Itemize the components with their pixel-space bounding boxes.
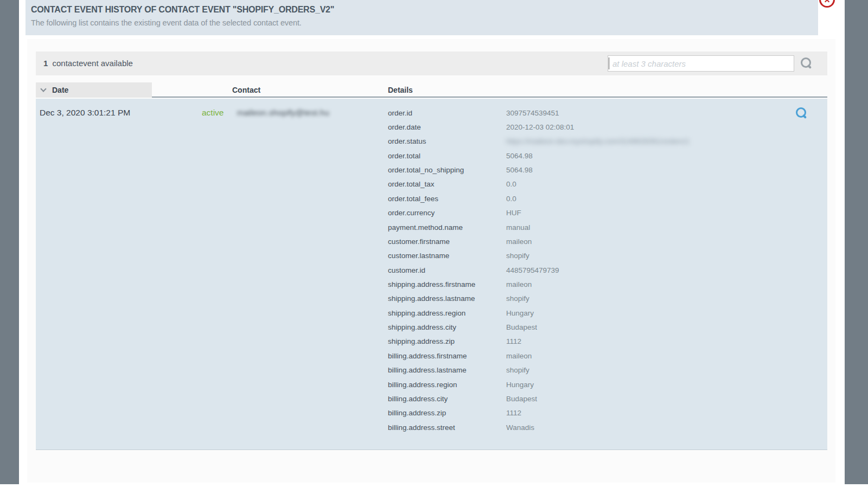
row-details-magnifier-icon[interactable] [796, 107, 808, 119]
detail-key: billing.address.city [388, 395, 506, 403]
detail-key: order.status [388, 137, 506, 145]
detail-row: order.id3097574539451 [388, 106, 800, 120]
detail-row: order.total_tax0.0 [388, 177, 800, 191]
detail-key: billing.address.region [388, 381, 506, 389]
dialog-header: CONTACT EVENT HISTORY OF CONTACT EVENT "… [25, 0, 818, 35]
detail-row: shipping.address.zip1112 [388, 335, 800, 349]
detail-key: customer.firstname [388, 237, 506, 246]
detail-key: shipping.address.zip [388, 337, 506, 345]
close-icon: ✕ [824, 0, 831, 4]
close-button[interactable]: ✕ [819, 0, 835, 8]
detail-value: HUF [506, 209, 521, 217]
detail-value: maileon [506, 352, 532, 360]
detail-value: 2020-12-03 02:08:01 [506, 123, 574, 131]
result-count-label: contactevent available [53, 59, 133, 68]
page-backdrop-left [0, 0, 19, 484]
detail-row: billing.address.firstnamemaileon [388, 349, 800, 363]
detail-value: 1112 [506, 337, 521, 345]
detail-row: shipping.address.lastnameshopify [388, 292, 800, 306]
detail-row: order.currencyHUF [388, 206, 800, 220]
detail-value: maileon [506, 237, 532, 246]
detail-key: billing.address.zip [388, 409, 506, 417]
toolbar: 1 contactevent available [36, 52, 827, 75]
detail-value: Hungary [506, 309, 534, 317]
detail-key: order.total_no_shipping [388, 166, 506, 174]
detail-value: Wanadis [506, 423, 534, 432]
contact-event-row: Dec 3, 2020 3:01:21 PM active maileon.sh… [36, 99, 827, 450]
table-header: Date Contact Details [36, 82, 827, 98]
search-icon[interactable] [801, 57, 813, 69]
detail-value: 3097574539451 [506, 109, 559, 117]
text-cursor [609, 57, 609, 69]
detail-row: order.statushttps://maileon-dev.myshopif… [388, 134, 800, 149]
event-date: Dec 3, 2020 3:01:21 PM [40, 108, 130, 118]
detail-key: shipping.address.lastname [388, 294, 506, 303]
detail-key: customer.lastname [388, 252, 506, 260]
dialog-title: CONTACT EVENT HISTORY OF CONTACT EVENT "… [31, 5, 818, 15]
detail-value: shopify [506, 252, 529, 260]
detail-row: order.date2020-12-03 02:08:01 [388, 120, 800, 134]
event-contact: active maileon.shopify@test.hu [202, 108, 329, 118]
page-backdrop-right [845, 0, 868, 484]
detail-key: order.id [388, 109, 506, 117]
detail-row: shipping.address.firstnamemaileon [388, 277, 800, 291]
detail-row: shipping.address.regionHungary [388, 306, 800, 320]
detail-value: 1112 [506, 409, 521, 417]
detail-value: Budapest [506, 323, 537, 331]
detail-row: shipping.address.cityBudapest [388, 320, 800, 334]
detail-key: order.total [388, 152, 506, 160]
contact-email-redacted: maileon.shopify@test.hu [237, 108, 329, 117]
detail-row: order.total_no_shipping5064.98 [388, 163, 800, 177]
detail-value: maileon [506, 280, 532, 288]
detail-value: manual [506, 223, 530, 232]
detail-value: shopify [506, 366, 529, 374]
dialog-subtitle: The following list contains the existing… [31, 18, 818, 27]
detail-key: order.date [388, 123, 506, 131]
search-input[interactable] [608, 55, 794, 72]
contact-status-badge: active [202, 108, 224, 117]
detail-value: 0.0 [506, 180, 516, 188]
detail-row: billing.address.streetWanadis [388, 420, 800, 434]
detail-key: order.currency [388, 209, 506, 217]
result-count: 1 contactevent available [43, 52, 133, 75]
detail-key: shipping.address.city [388, 323, 506, 331]
column-header-contact[interactable]: Contact [232, 82, 260, 98]
detail-value: Hungary [506, 381, 534, 389]
detail-value: shopify [506, 294, 529, 303]
detail-value-redacted: https://maileon-dev.myshopify.com/314963… [506, 137, 690, 145]
detail-key: billing.address.street [388, 423, 506, 432]
detail-key: order.total_tax [388, 180, 506, 188]
detail-row: order.total_fees0.0 [388, 191, 800, 206]
details-list: order.id3097574539451order.date2020-12-0… [388, 106, 800, 434]
detail-key: shipping.address.region [388, 309, 506, 317]
detail-value: 5064.98 [506, 166, 533, 174]
detail-key: order.total_fees [388, 195, 506, 203]
detail-row: billing.address.lastnameshopify [388, 363, 800, 377]
detail-key: payment.method.name [388, 223, 506, 232]
column-header-details[interactable]: Details [388, 82, 413, 98]
detail-value: 0.0 [506, 195, 516, 203]
detail-row: order.total5064.98 [388, 149, 800, 163]
detail-row: payment.method.namemanual [388, 220, 800, 234]
column-header-date-label: Date [52, 86, 68, 94]
result-count-number: 1 [43, 59, 48, 68]
detail-value: 5064.98 [506, 152, 533, 160]
detail-row: customer.lastnameshopify [388, 249, 800, 263]
detail-key: billing.address.firstname [388, 352, 506, 360]
detail-key: shipping.address.firstname [388, 280, 506, 288]
sort-chevron-down-icon [40, 86, 46, 92]
column-header-date[interactable]: Date [36, 82, 152, 98]
detail-key: customer.id [388, 266, 506, 274]
detail-row: customer.id4485795479739 [388, 263, 800, 277]
dialog-content: 1 contactevent available Date Contact De… [27, 39, 835, 483]
detail-row: billing.address.cityBudapest [388, 391, 800, 406]
detail-value: Budapest [506, 395, 537, 403]
detail-row: billing.address.regionHungary [388, 377, 800, 391]
detail-row: customer.firstnamemaileon [388, 234, 800, 248]
contact-event-history-dialog: ✕ CONTACT EVENT HISTORY OF CONTACT EVENT… [19, 0, 845, 484]
detail-key: billing.address.lastname [388, 366, 506, 374]
detail-row: billing.address.zip1112 [388, 406, 800, 420]
detail-value: 4485795479739 [506, 266, 559, 274]
